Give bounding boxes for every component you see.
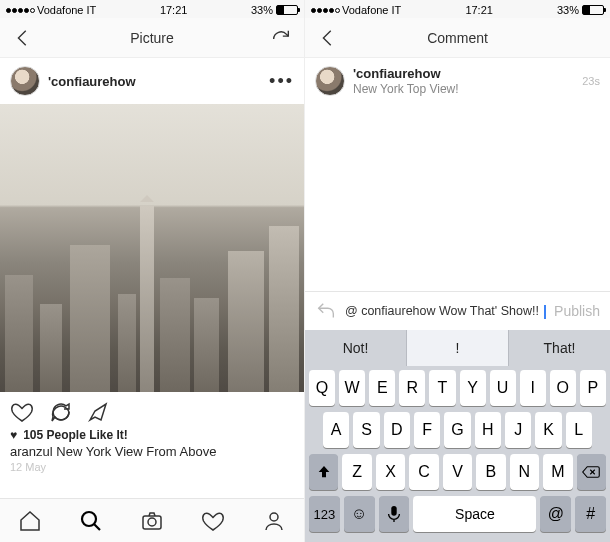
key-a[interactable]: A	[323, 412, 349, 448]
comment-button[interactable]	[48, 400, 72, 424]
reply-icon	[315, 300, 337, 322]
battery-icon	[276, 5, 298, 15]
key-s[interactable]: S	[353, 412, 379, 448]
screen-picture: Vodafone IT 17:21 33% Picture 'confiaure…	[0, 0, 305, 542]
like-button[interactable]	[10, 400, 34, 424]
post-timestamp: 23s	[582, 75, 600, 87]
suggestion-3[interactable]: That!	[509, 330, 610, 366]
signal-dots-icon	[6, 8, 35, 13]
status-bar: Vodafone IT 17:21 33%	[305, 0, 610, 18]
key-t[interactable]: T	[429, 370, 455, 406]
post-image[interactable]	[0, 104, 304, 392]
key-o[interactable]: O	[550, 370, 576, 406]
likes-row[interactable]: ♥ 105 People Like It!	[0, 428, 304, 442]
compose-draft: Wow That' Show!!	[439, 304, 539, 318]
tab-home[interactable]	[18, 509, 42, 533]
key-y[interactable]: Y	[460, 370, 486, 406]
key-backspace[interactable]	[577, 454, 606, 490]
key-z[interactable]: Z	[342, 454, 371, 490]
svg-point-0	[82, 512, 96, 526]
page-title: Comment	[427, 30, 488, 46]
compose-mention: @ confiaurehow	[345, 304, 436, 318]
key-h[interactable]: H	[475, 412, 501, 448]
post-username[interactable]: 'confiaurehow	[353, 66, 459, 81]
key-x[interactable]: X	[376, 454, 405, 490]
status-bar: Vodafone IT 17:21 33%	[0, 0, 304, 18]
tab-search[interactable]	[79, 509, 103, 533]
app-header: Comment	[305, 18, 610, 58]
back-button[interactable]	[12, 27, 34, 49]
heart-icon: ♥	[10, 428, 17, 442]
key-j[interactable]: J	[505, 412, 531, 448]
key-mic[interactable]	[379, 496, 410, 532]
svg-point-3	[148, 518, 156, 526]
key-w[interactable]: W	[339, 370, 365, 406]
avatar[interactable]	[315, 66, 345, 96]
compose-bar: @ confiaurehow Wow That' Show!! Publish	[305, 291, 610, 330]
page-title: Picture	[130, 30, 174, 46]
clock: 17:21	[160, 4, 188, 16]
key-space[interactable]: Space	[413, 496, 536, 532]
caption: aranzul New York View From Above	[0, 442, 304, 461]
key-i[interactable]: I	[520, 370, 546, 406]
key-e[interactable]: E	[369, 370, 395, 406]
post-date: 12 May	[0, 461, 304, 473]
share-button[interactable]	[86, 400, 110, 424]
suggestion-2[interactable]: !	[407, 330, 509, 366]
key-q[interactable]: Q	[309, 370, 335, 406]
screen-comment: Vodafone IT 17:21 33% Comment 'confiaure…	[305, 0, 610, 542]
key-hash[interactable]: #	[575, 496, 606, 532]
battery-percent: 33%	[251, 4, 273, 16]
key-at[interactable]: @	[540, 496, 571, 532]
caption-username[interactable]: aranzul	[10, 444, 53, 459]
key-b[interactable]: B	[476, 454, 505, 490]
carrier-label: Vodafone IT	[342, 4, 401, 16]
battery-percent: 33%	[557, 4, 579, 16]
comment-post-header: 'confiaurehow New York Top View! 23s	[305, 58, 610, 104]
svg-line-1	[94, 524, 100, 530]
refresh-button[interactable]	[270, 27, 292, 49]
key-g[interactable]: G	[444, 412, 470, 448]
suggestion-1[interactable]: Not!	[305, 330, 407, 366]
avatar[interactable]	[10, 66, 40, 96]
key-v[interactable]: V	[443, 454, 472, 490]
key-mode[interactable]: 123	[309, 496, 340, 532]
comment-input[interactable]: @ confiaurehow Wow That' Show!!	[345, 303, 546, 319]
more-button[interactable]: •••	[269, 72, 294, 90]
svg-rect-7	[391, 506, 396, 516]
key-p[interactable]: P	[580, 370, 606, 406]
battery-icon	[582, 5, 604, 15]
post-header: 'confiaurehow •••	[0, 58, 304, 104]
key-r[interactable]: R	[399, 370, 425, 406]
key-u[interactable]: U	[490, 370, 516, 406]
post-actions	[0, 392, 304, 428]
key-m[interactable]: M	[543, 454, 572, 490]
tab-activity[interactable]	[201, 509, 225, 533]
tab-bar	[0, 498, 304, 542]
tab-camera[interactable]	[140, 509, 164, 533]
key-emoji[interactable]: ☺	[344, 496, 375, 532]
tab-profile[interactable]	[262, 509, 286, 533]
key-k[interactable]: K	[535, 412, 561, 448]
caption-text: New York View From Above	[56, 444, 216, 459]
carrier-label: Vodafone IT	[37, 4, 96, 16]
post-subtitle: New York Top View!	[353, 82, 459, 96]
key-d[interactable]: D	[384, 412, 410, 448]
svg-point-4	[270, 513, 278, 521]
key-c[interactable]: C	[409, 454, 438, 490]
likes-text: 105 People Like It!	[23, 428, 128, 442]
post-username[interactable]: 'confiaurehow	[48, 74, 136, 89]
key-shift[interactable]	[309, 454, 338, 490]
signal-dots-icon	[311, 8, 340, 13]
keyboard-suggestions: Not! ! That!	[305, 330, 610, 366]
back-button[interactable]	[317, 27, 339, 49]
app-header: Picture	[0, 18, 304, 58]
key-f[interactable]: F	[414, 412, 440, 448]
key-n[interactable]: N	[510, 454, 539, 490]
clock: 17:21	[465, 4, 493, 16]
key-l[interactable]: L	[566, 412, 592, 448]
publish-button[interactable]: Publish	[554, 303, 600, 319]
keyboard: Q W E R T Y U I O P A S D F G H	[305, 366, 610, 542]
